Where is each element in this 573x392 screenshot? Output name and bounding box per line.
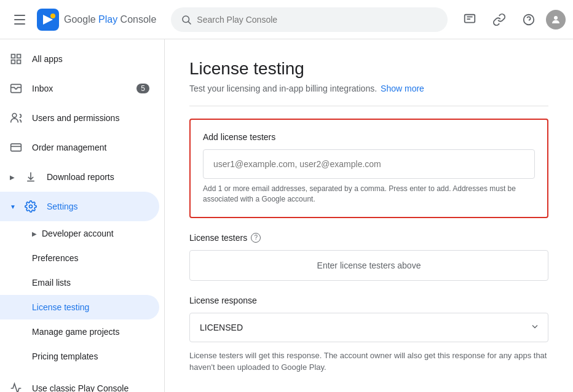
logo-text: Google Play Console	[64, 14, 156, 25]
sidebar-item-all-apps[interactable]: All apps	[0, 44, 159, 74]
search-bar	[171, 7, 448, 32]
divider	[189, 106, 548, 106]
sidebar-item-download-label: Download reports	[47, 172, 149, 182]
help-icon	[522, 13, 535, 26]
svg-point-15	[12, 114, 17, 118]
person-icon	[550, 14, 561, 25]
svg-point-1	[50, 14, 55, 18]
chat-icon	[463, 13, 476, 26]
inbox-icon	[10, 82, 22, 95]
testers-placeholder-box: Enter license testers above	[189, 250, 548, 281]
sidebar-item-email-lists-label: Email lists	[32, 278, 71, 288]
sidebar-item-classic[interactable]: Use classic Play Console	[0, 374, 159, 392]
testers-placeholder-text: Enter license testers above	[317, 261, 421, 270]
search-input[interactable]	[197, 15, 438, 25]
svg-rect-11	[17, 55, 21, 58]
show-more-link[interactable]: Show more	[381, 84, 424, 93]
logo-icon	[37, 9, 59, 31]
response-description: License testers will get this response. …	[189, 350, 548, 374]
expand-icon: ▶	[10, 174, 15, 181]
sidebar-item-order-management[interactable]: Order management	[0, 133, 159, 162]
sidebar-item-pricing-templates[interactable]: Pricing templates	[0, 344, 159, 369]
help-circle-icon[interactable]: ?	[251, 233, 261, 243]
avatar[interactable]	[546, 10, 566, 29]
svg-rect-4	[465, 14, 475, 22]
top-bar: Google Play Console	[0, 0, 573, 39]
license-testers-input[interactable]	[203, 149, 535, 179]
chat-icon-button[interactable]	[457, 7, 482, 32]
page-title: License testing	[189, 59, 548, 79]
sidebar-item-inbox[interactable]: Inbox 5	[0, 74, 159, 103]
link-icon	[492, 13, 506, 26]
sidebar-item-email-lists[interactable]: Email lists	[0, 270, 159, 295]
main-content: License testing Test your licensing and …	[165, 39, 573, 392]
subtitle-text: Test your licensing and in-app billing i…	[189, 84, 377, 93]
sidebar-item-users-label: Users and permissions	[32, 113, 149, 123]
license-testers-row: License testers ?	[189, 233, 548, 243]
sidebar: All apps Inbox 5 Use	[0, 39, 165, 392]
svg-point-18	[30, 205, 33, 208]
sidebar-item-inbox-label: Inbox	[32, 84, 127, 93]
help-icon-button[interactable]	[516, 7, 541, 32]
top-bar-actions	[457, 7, 566, 32]
license-response-select[interactable]: LICENSED NOT_LICENSED LICENSED_OLD_KEY	[189, 313, 548, 342]
sidebar-item-manage-game-label: Manage game projects	[32, 327, 119, 337]
sidebar-item-order-label: Order management	[32, 143, 149, 152]
download-icon	[25, 171, 37, 183]
svg-point-9	[554, 16, 558, 20]
logo[interactable]: Google Play Console	[37, 9, 156, 31]
sidebar-item-preferences-label: Preferences	[32, 253, 78, 263]
sidebar-item-preferences[interactable]: Preferences	[0, 246, 159, 270]
menu-button[interactable]	[7, 7, 32, 32]
svg-rect-16	[11, 144, 22, 151]
add-testers-label: Add license testers	[203, 132, 535, 142]
sidebar-item-license-testing-label: License testing	[32, 302, 89, 312]
sidebar-item-users[interactable]: Users and permissions	[0, 103, 159, 133]
grid-icon	[10, 53, 22, 65]
svg-rect-10	[12, 55, 15, 58]
inbox-badge: 5	[136, 84, 149, 93]
sidebar-item-manage-game-projects[interactable]: Manage game projects	[0, 319, 159, 344]
sidebar-item-download-reports[interactable]: ▶ Download reports	[0, 162, 159, 192]
sidebar-item-pricing-label: Pricing templates	[32, 351, 98, 361]
sidebar-item-developer-account[interactable]: ▶ Developer account	[0, 221, 159, 246]
license-response-select-wrapper: LICENSED NOT_LICENSED LICENSED_OLD_KEY	[189, 313, 548, 342]
sidebar-item-developer-label: Developer account	[42, 229, 114, 238]
settings-expand-icon: ▼	[10, 203, 15, 210]
page-subtitle: Test your licensing and in-app billing i…	[189, 84, 548, 93]
link-icon-button[interactable]	[487, 7, 512, 32]
svg-rect-13	[17, 60, 21, 64]
sidebar-item-settings[interactable]: ▼ Settings	[0, 192, 159, 221]
search-icon	[181, 14, 192, 25]
card-icon	[10, 141, 22, 154]
chart-icon	[10, 382, 22, 392]
license-response-label: License response	[189, 296, 548, 305]
developer-expand-icon: ▶	[32, 230, 37, 237]
body-area: All apps Inbox 5 Use	[0, 39, 573, 392]
sidebar-item-all-apps-label: All apps	[32, 54, 149, 64]
users-icon	[10, 112, 22, 124]
svg-point-2	[183, 16, 189, 23]
license-testers-title: License testers	[189, 233, 247, 243]
sidebar-item-license-testing[interactable]: License testing	[0, 295, 159, 319]
sidebar-item-classic-label: Use classic Play Console	[32, 383, 149, 392]
add-license-testers-section: Add license testers Add 1 or more email …	[189, 119, 548, 218]
svg-line-3	[189, 22, 191, 24]
gear-icon	[25, 200, 37, 213]
input-hint: Add 1 or more email addresses, separated…	[203, 184, 535, 205]
sidebar-item-settings-label: Settings	[47, 202, 149, 211]
svg-rect-12	[12, 60, 15, 64]
